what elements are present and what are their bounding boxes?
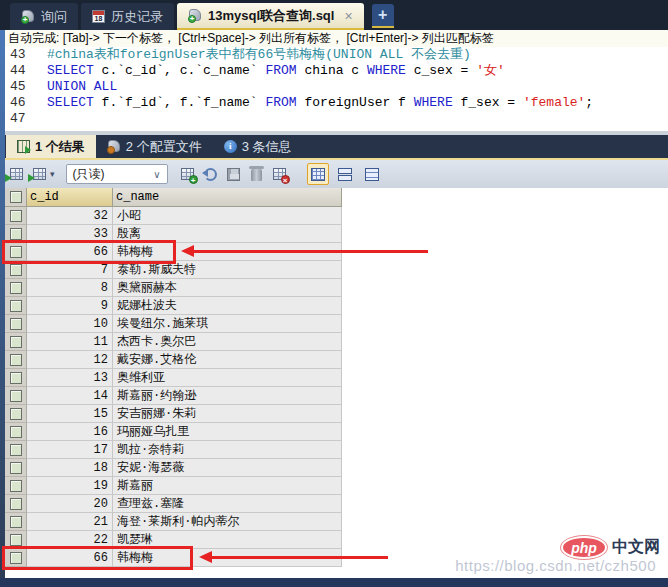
- row-checkbox[interactable]: [10, 372, 22, 384]
- row-select-cell[interactable]: [5, 549, 27, 567]
- row-checkbox[interactable]: [10, 462, 22, 474]
- tab-results[interactable]: 1 个结果: [6, 135, 96, 158]
- cell-c-id[interactable]: 19: [27, 477, 113, 495]
- row-select-cell[interactable]: [5, 297, 27, 315]
- cell-c-name[interactable]: 韩梅梅: [113, 243, 342, 261]
- row-checkbox[interactable]: [10, 264, 22, 276]
- row-select-cell[interactable]: [5, 423, 27, 441]
- tab-messages[interactable]: i 3 条信息: [213, 135, 303, 158]
- sql-editor[interactable]: 43#china表和foreignUser表中都有66号韩梅梅(UNION AL…: [5, 47, 668, 131]
- row-checkbox[interactable]: [10, 534, 22, 546]
- row-select-cell[interactable]: [5, 243, 27, 261]
- row-checkbox[interactable]: [10, 444, 22, 456]
- table-row[interactable]: 14斯嘉丽·约翰逊: [5, 387, 342, 405]
- cell-c-name[interactable]: 妮娜杜波夫: [113, 297, 342, 315]
- table-row[interactable]: 15安吉丽娜·朱莉: [5, 405, 342, 423]
- row-select-cell[interactable]: [5, 369, 27, 387]
- row-checkbox[interactable]: [10, 354, 22, 366]
- table-row[interactable]: 10埃曼纽尔.施莱琪: [5, 315, 342, 333]
- cell-c-name[interactable]: 杰西卡.奥尔巴: [113, 333, 342, 351]
- table-row[interactable]: 8奥黛丽赫本: [5, 279, 342, 297]
- row-checkbox[interactable]: [10, 318, 22, 330]
- cell-c-id[interactable]: 7: [27, 261, 113, 279]
- cell-c-id[interactable]: 13: [27, 369, 113, 387]
- close-tab-icon[interactable]: ×: [344, 8, 352, 24]
- new-tab-button[interactable]: +: [372, 4, 394, 28]
- cell-c-name[interactable]: 海登·莱斯利·帕内蒂尔: [113, 513, 342, 531]
- readonly-mode-dropdown[interactable]: (只读) ∨: [66, 164, 168, 184]
- cell-c-id[interactable]: 66: [27, 549, 113, 567]
- row-select-cell[interactable]: [5, 477, 27, 495]
- table-row[interactable]: 16玛丽娅乌扎里: [5, 423, 342, 441]
- row-checkbox[interactable]: [10, 246, 22, 258]
- row-select-cell[interactable]: [5, 279, 27, 297]
- cell-c-id[interactable]: 17: [27, 441, 113, 459]
- refresh-icon[interactable]: [202, 165, 220, 183]
- table-row[interactable]: 33殷离: [5, 225, 342, 243]
- cell-c-name[interactable]: 安妮·海瑟薇: [113, 459, 342, 477]
- row-checkbox[interactable]: [10, 336, 22, 348]
- row-checkbox[interactable]: [10, 426, 22, 438]
- table-row[interactable]: 66韩梅梅: [5, 243, 342, 261]
- cell-c-name[interactable]: 斯嘉丽: [113, 477, 342, 495]
- export-grid-icon[interactable]: [7, 165, 25, 183]
- select-all-checkbox[interactable]: [10, 191, 22, 203]
- cell-c-name[interactable]: 斯嘉丽·约翰逊: [113, 387, 342, 405]
- table-row[interactable]: 18安妮·海瑟薇: [5, 459, 342, 477]
- tab-history[interactable]: 18 历史记录: [81, 3, 174, 30]
- cell-c-id[interactable]: 11: [27, 333, 113, 351]
- chevron-down-icon[interactable]: ▾: [50, 169, 55, 179]
- cell-c-id[interactable]: 15: [27, 405, 113, 423]
- cell-c-id[interactable]: 22: [27, 531, 113, 549]
- grid-view-button[interactable]: [307, 163, 329, 185]
- form-view-button[interactable]: [334, 163, 356, 185]
- cell-c-name[interactable]: 玛丽娅乌扎里: [113, 423, 342, 441]
- tab-profiles[interactable]: 2 个配置文件: [96, 135, 213, 158]
- row-select-cell[interactable]: [5, 333, 27, 351]
- cell-c-id[interactable]: 21: [27, 513, 113, 531]
- cell-c-id[interactable]: 10: [27, 315, 113, 333]
- cell-c-id[interactable]: 32: [27, 207, 113, 225]
- row-select-cell[interactable]: [5, 261, 27, 279]
- cell-c-name[interactable]: 韩梅梅: [113, 549, 342, 567]
- tab-sql-file[interactable]: + 13mysql联合查询.sql ×: [177, 3, 364, 30]
- cell-c-name[interactable]: 查理兹.塞隆: [113, 495, 342, 513]
- cell-c-id[interactable]: 8: [27, 279, 113, 297]
- table-row[interactable]: 13奥维利亚: [5, 369, 342, 387]
- row-checkbox[interactable]: [10, 516, 22, 528]
- discard-changes-icon[interactable]: ×: [271, 165, 289, 183]
- table-row[interactable]: 22凯瑟琳: [5, 531, 342, 549]
- row-checkbox[interactable]: [10, 480, 22, 492]
- cell-c-id[interactable]: 12: [27, 351, 113, 369]
- table-row[interactable]: 19斯嘉丽: [5, 477, 342, 495]
- row-select-cell[interactable]: [5, 351, 27, 369]
- row-checkbox[interactable]: [10, 408, 22, 420]
- row-checkbox[interactable]: [10, 498, 22, 510]
- table-row[interactable]: 12戴安娜.艾格伦: [5, 351, 342, 369]
- row-select-cell[interactable]: [5, 441, 27, 459]
- row-checkbox[interactable]: [10, 552, 22, 564]
- column-header-c-id[interactable]: c_id: [27, 188, 113, 207]
- row-checkbox[interactable]: [10, 228, 22, 240]
- cell-c-name[interactable]: 奥维利亚: [113, 369, 342, 387]
- tab-query[interactable]: + 询问: [10, 3, 78, 30]
- table-row[interactable]: 9妮娜杜波夫: [5, 297, 342, 315]
- row-select-cell[interactable]: [5, 225, 27, 243]
- table-row[interactable]: 17凯拉·奈特莉: [5, 441, 342, 459]
- row-select-cell[interactable]: [5, 513, 27, 531]
- cell-c-name[interactable]: 凯拉·奈特莉: [113, 441, 342, 459]
- cell-c-name[interactable]: 凯瑟琳: [113, 531, 342, 549]
- cell-c-id[interactable]: 14: [27, 387, 113, 405]
- table-row[interactable]: 20查理兹.塞隆: [5, 495, 342, 513]
- cell-c-name[interactable]: 埃曼纽尔.施莱琪: [113, 315, 342, 333]
- table-row[interactable]: 32小昭: [5, 207, 342, 225]
- add-row-icon[interactable]: +: [179, 165, 197, 183]
- export-grid-options-icon[interactable]: [30, 165, 48, 183]
- select-all-cell[interactable]: [5, 188, 27, 207]
- row-checkbox[interactable]: [10, 210, 22, 222]
- delete-row-icon[interactable]: [248, 165, 266, 183]
- row-select-cell[interactable]: [5, 459, 27, 477]
- row-checkbox[interactable]: [10, 390, 22, 402]
- row-select-cell[interactable]: [5, 207, 27, 225]
- cell-c-name[interactable]: 奥黛丽赫本: [113, 279, 342, 297]
